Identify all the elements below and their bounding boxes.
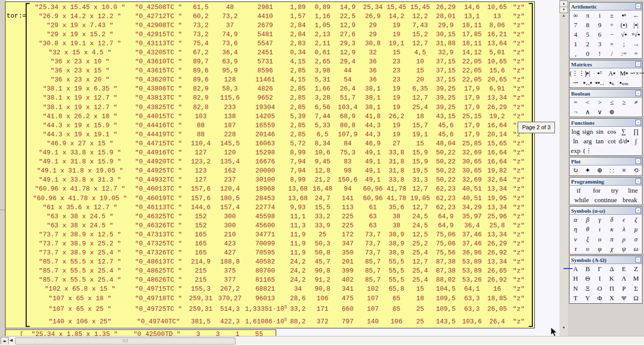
- matrix-cell[interactable]: 19: [385, 122, 408, 129]
- matrix-cell[interactable]: "0_46019TC ": [130, 195, 187, 202]
- matrix-cell[interactable]: "49.1 x 33.8 x 15.9 ": [30, 149, 130, 156]
- matrix-cell[interactable]: 107: [361, 305, 385, 313]
- matrix-cell[interactable]: "0_43205TC ": [130, 49, 187, 56]
- matrix-cell[interactable]: 28,6: [285, 295, 310, 302]
- matrix-cell[interactable]: 5,33: [310, 122, 335, 129]
- matrix-cell[interactable]: 10: [408, 58, 432, 65]
- matrix-cell[interactable]: 143,5: [432, 318, 459, 325]
- matrix-cell[interactable]: 127: [187, 176, 215, 184]
- arithmetic-button[interactable]: 1: [570, 40, 582, 48]
- matrix-cell[interactable]: "0_46325TC ": [130, 213, 187, 220]
- matrix-cell[interactable]: 34,29: [459, 204, 485, 211]
- matrix-cell[interactable]: 165: [187, 249, 215, 256]
- matrix-cell[interactable]: 28453: [245, 195, 285, 202]
- matrix-cell[interactable]: "z": [510, 231, 528, 238]
- arithmetic-button[interactable]: ×: [606, 40, 618, 48]
- matrix-cell[interactable]: 21,2: [310, 176, 335, 184]
- matrix-cell[interactable]: 32,69: [459, 149, 485, 156]
- matrix-cell[interactable]: 103,6: [459, 318, 485, 325]
- matrices-button[interactable]: ▪‥▪: [582, 79, 594, 87]
- matrix-cell[interactable]: 11,1: [285, 213, 310, 220]
- matrix-cell[interactable]: 2,65: [310, 58, 335, 65]
- matrix-cell[interactable]: 32: [361, 49, 385, 56]
- matrix-cell[interactable]: 135,4: [215, 158, 245, 165]
- variable-label[interactable]: tor:=: [7, 12, 26, 20]
- matrix-cell[interactable]: 4826: [245, 85, 285, 93]
- palette-title-bar[interactable]: Arithmetic−: [570, 3, 642, 11]
- symbols-upper-button[interactable]: Ι: [594, 275, 606, 283]
- matrix-cell[interactable]: 35,6: [385, 204, 408, 211]
- matrix-cell[interactable]: 237: [215, 176, 245, 184]
- matrix-cell[interactable]: "0_44925TC ": [130, 167, 187, 175]
- symbols-upper-button[interactable]: Ξ: [582, 285, 594, 293]
- matrix-cell[interactable]: 19: [385, 85, 408, 93]
- matrix-cell[interactable]: 45,6: [432, 131, 459, 138]
- matrix-cell[interactable]: 80700: [245, 267, 285, 275]
- matrix-cell[interactable]: 38,9: [385, 231, 408, 238]
- matrix-cell[interactable]: 107: [361, 295, 385, 302]
- matrix-cell[interactable]: 37,15: [432, 58, 459, 65]
- matrix-cell[interactable]: 2,83: [285, 40, 310, 47]
- matrix-cell[interactable]: 26,4: [335, 85, 361, 93]
- matrix-cell[interactable]: 51,7: [335, 94, 361, 102]
- matrix-cell[interactable]: "73.7 x 38.9 x 25.2 ": [30, 240, 130, 247]
- matrices-button[interactable]: |▪|: [582, 69, 594, 77]
- matrix-cell[interactable]: 53,89: [459, 267, 485, 275]
- matrix-cell[interactable]: 5,72: [285, 140, 310, 147]
- matrix-cell[interactable]: 45,7: [310, 258, 335, 266]
- matrix-cell[interactable]: 5481: [245, 31, 285, 38]
- matrix-cell[interactable]: 259,31: [187, 305, 215, 313]
- matrix-cell[interactable]: "z": [510, 13, 528, 20]
- matrix-cell[interactable]: 37,15: [432, 67, 459, 74]
- functions-button[interactable]: log: [570, 128, 582, 136]
- palette-title-bar[interactable]: Functions−: [570, 119, 642, 127]
- matrix-cell[interactable]: 162: [215, 167, 245, 175]
- matrix-cell[interactable]: 350: [335, 249, 361, 256]
- hsplit-handle-icon[interactable]: ◀▶: [1, 337, 9, 345]
- arithmetic-button[interactable]: −: [606, 31, 618, 39]
- symbols-upper-button[interactable]: Σ: [630, 285, 642, 293]
- matrix-cell[interactable]: 46,9: [361, 140, 385, 147]
- matrix-cell[interactable]: 36,96: [459, 249, 485, 256]
- matrix-cell[interactable]: 44: [335, 67, 361, 74]
- matrix-cell[interactable]: 60,96: [361, 195, 385, 202]
- palette-title-bar[interactable]: Symbols (α-ω)−: [570, 207, 642, 215]
- matrix-cell[interactable]: 13,1: [459, 13, 485, 20]
- matrix-cell[interactable]: 6,91: [485, 85, 510, 93]
- matrix-cell[interactable]: 15: [385, 49, 408, 56]
- matrix-cell[interactable]: 40,51: [459, 195, 485, 202]
- symbols-lower-button[interactable]: φ: [594, 245, 606, 253]
- matrix-cell[interactable]: 88: [187, 131, 215, 138]
- matrix-cell[interactable]: 91,2: [310, 276, 335, 284]
- matrix-cell[interactable]: 12,7: [408, 40, 432, 47]
- matrix-cell[interactable]: 377: [215, 276, 245, 284]
- matrix-cell[interactable]: 150,6: [335, 176, 361, 184]
- matrices-button[interactable]: ▪ₙ: [606, 79, 618, 87]
- matrix-cell[interactable]: 797: [335, 318, 361, 325]
- matrix-cell[interactable]: 70099: [245, 240, 285, 247]
- matrix-cell[interactable]: 2,85: [285, 94, 310, 102]
- plot-button[interactable]: ↻: [570, 166, 582, 175]
- matrix-cell[interactable]: "0_46113TC ": [130, 204, 187, 211]
- matrix-cell[interactable]: 36,4: [459, 222, 485, 229]
- matrix-cell[interactable]: 4,5: [408, 49, 432, 56]
- matrix-cell[interactable]: "41.8 x 26.2 x 18 ": [30, 113, 130, 120]
- matrix-cell[interactable]: 103: [187, 113, 215, 120]
- arithmetic-button[interactable]: ±: [606, 12, 618, 20]
- matrix-cell[interactable]: 13,34: [485, 204, 510, 211]
- matrix-cell[interactable]: "0_43806TC ": [130, 85, 187, 93]
- matrix-cell[interactable]: 660: [335, 305, 361, 313]
- matrix-cell[interactable]: 89,6: [187, 67, 215, 74]
- matrix-cell[interactable]: 17,9: [459, 104, 485, 111]
- matrix-cell[interactable]: "44.3 x 19 x 19.1 ": [30, 131, 130, 138]
- matrix-cell[interactable]: 165: [187, 231, 215, 238]
- matrix-cell[interactable]: "z": [510, 167, 528, 175]
- matrix-cell[interactable]: 29,4: [335, 58, 361, 65]
- matrix-cell[interactable]: 7,43: [408, 22, 432, 29]
- matrix-cell[interactable]: 2981: [245, 4, 285, 11]
- matrix-cell[interactable]: 40,51: [459, 185, 485, 193]
- matrix-cell[interactable]: 8,99: [285, 149, 310, 156]
- matrix-cell[interactable]: 6,5: [310, 131, 335, 138]
- matrix-cell[interactable]: "36 x 23 x 10 ": [30, 58, 130, 65]
- matrix-cell[interactable]: 26,65: [485, 267, 510, 275]
